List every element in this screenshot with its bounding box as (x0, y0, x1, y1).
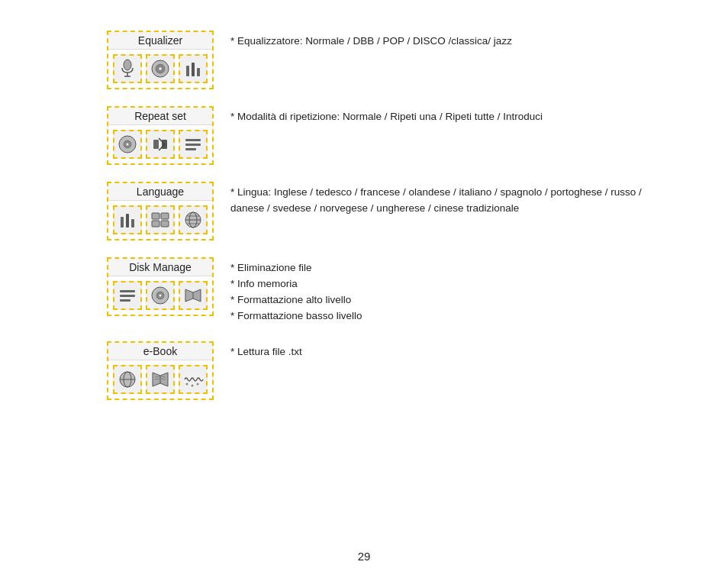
feature-box-equalizer: Equalizer (107, 31, 214, 89)
disk-icon-1 (113, 281, 142, 310)
svg-rect-23 (152, 221, 159, 227)
feature-box-ebook: e-Book (107, 341, 214, 400)
svg-point-12 (127, 144, 129, 146)
svg-rect-24 (161, 221, 169, 227)
svg-rect-15 (185, 139, 201, 141)
svg-rect-8 (192, 63, 195, 76)
feature-desc-ebook: * Lettura file .txt (230, 341, 667, 360)
svg-rect-19 (126, 214, 129, 228)
feature-icons-ebook (108, 360, 212, 399)
feature-row-disk-manage: Disk Manage (107, 257, 667, 324)
svg-point-6 (159, 68, 161, 69)
feature-box-disk-manage: Disk Manage (107, 257, 214, 316)
disk-icon-3 (179, 281, 208, 310)
svg-rect-31 (120, 295, 135, 297)
svg-rect-13 (153, 140, 159, 149)
repeat-icon-1 (113, 130, 142, 159)
language-icon-1 (113, 205, 142, 234)
feature-title-language: Language (108, 183, 212, 201)
feature-title-ebook: e-Book (108, 343, 212, 360)
feature-title-disk-manage: Disk Manage (108, 259, 212, 276)
svg-rect-20 (131, 219, 134, 228)
feature-row-language: Language (107, 182, 667, 240)
feature-box-repeat-set: Repeat set (107, 106, 214, 165)
svg-rect-17 (185, 148, 196, 150)
feature-desc-language: * Lingua: Inglese / tedesco / francese /… (230, 182, 667, 217)
feature-icons-repeat-set (108, 125, 212, 163)
page-content: Equalizer (0, 0, 728, 463)
page-number: 29 (0, 550, 728, 563)
disk-desc-line-3: * Formattazione alto livello (230, 292, 667, 308)
svg-point-47 (196, 382, 198, 385)
equalizer-icon-1 (113, 54, 142, 83)
equalizer-icon-3 (179, 54, 208, 83)
svg-rect-22 (161, 213, 169, 219)
language-icon-2 (146, 205, 175, 234)
svg-rect-21 (152, 213, 159, 219)
svg-rect-9 (197, 68, 200, 76)
ebook-icon-2 (146, 365, 175, 394)
feature-row-ebook: e-Book (107, 341, 667, 400)
disk-icon-2 (146, 281, 175, 310)
svg-rect-30 (120, 290, 135, 292)
svg-rect-7 (186, 66, 189, 76)
disk-desc-line-4: * Formattazione basso livello (230, 308, 667, 324)
feature-row-repeat-set: Repeat set (107, 106, 667, 165)
repeat-icon-2 (146, 130, 175, 159)
svg-rect-32 (120, 299, 130, 302)
feature-desc-equalizer: * Equalizzatore: Normale / DBB / POP / D… (230, 31, 667, 50)
ebook-icon-1 (113, 365, 142, 394)
feature-icons-disk-manage (108, 276, 212, 315)
equalizer-icon-2 (146, 54, 175, 83)
svg-point-35 (159, 295, 161, 297)
feature-desc-disk-manage: * Eliminazione file * Info memoria * For… (230, 257, 667, 324)
feature-box-language: Language (107, 182, 214, 240)
ebook-icon-3 (179, 365, 208, 394)
svg-point-45 (185, 382, 188, 385)
feature-desc-repeat-set: * Modalità di ripetizione: Normale / Rip… (230, 106, 667, 125)
disk-desc-line-1: * Eliminazione file (230, 260, 667, 276)
feature-row-equalizer: Equalizer (107, 31, 667, 89)
feature-icons-language (108, 201, 212, 239)
repeat-icon-3 (179, 130, 208, 159)
feature-title-equalizer: Equalizer (108, 32, 212, 50)
disk-desc-line-2: * Info memoria (230, 276, 667, 292)
svg-point-0 (124, 60, 131, 70)
svg-rect-18 (121, 217, 124, 228)
svg-rect-16 (185, 144, 201, 146)
feature-title-repeat-set: Repeat set (108, 108, 212, 125)
feature-icons-equalizer (108, 50, 212, 88)
svg-point-46 (191, 384, 193, 386)
language-icon-3 (179, 205, 208, 234)
